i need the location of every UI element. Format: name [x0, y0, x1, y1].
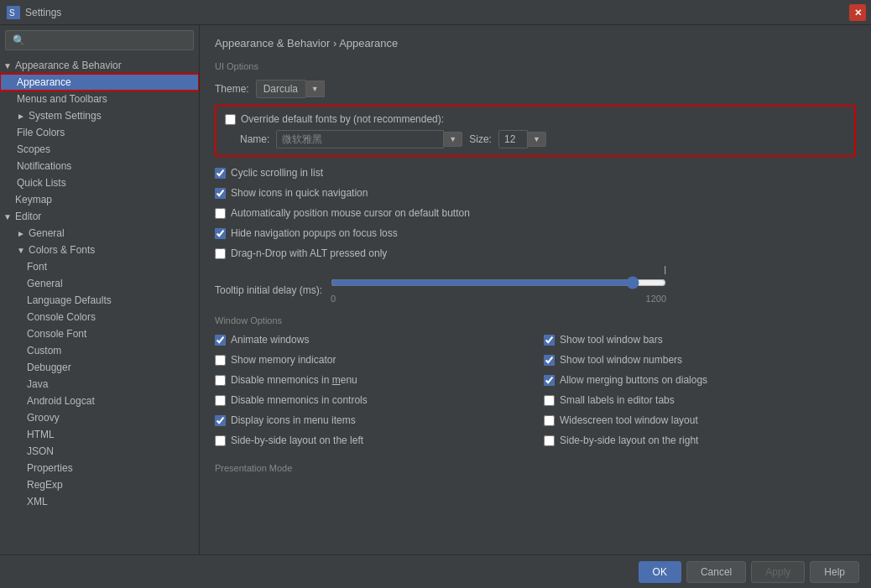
sidebar-item-appearance[interactable]: Appearance: [0, 74, 199, 91]
widescreen-checkbox[interactable]: [544, 415, 555, 426]
main-container: ▼ Appearance & Behavior Appearance Menus…: [0, 25, 871, 554]
cyclic-scroll-checkbox[interactable]: [215, 168, 226, 179]
theme-row: Theme: Darcula ▼: [215, 80, 856, 98]
show-icons-label: Show icons in quick navigation: [231, 187, 368, 199]
sidebar-item-editor[interactable]: ▼ Editor: [0, 208, 199, 225]
show-tool-bars-checkbox[interactable]: [544, 335, 555, 346]
font-size-input[interactable]: [498, 130, 528, 148]
apply-button[interactable]: Apply: [751, 561, 805, 583]
ok-button[interactable]: OK: [639, 561, 681, 583]
font-name-input[interactable]: [276, 130, 444, 148]
sidebar-item-general[interactable]: ► General: [0, 225, 199, 242]
sidebar-item-appearance-behavior[interactable]: ▼ Appearance & Behavior: [0, 57, 199, 74]
theme-dropdown-arrow[interactable]: ▼: [306, 81, 325, 97]
sidebar-item-scopes[interactable]: Scopes: [0, 141, 199, 158]
tooltip-slider-container: | 0 1200: [331, 276, 666, 304]
sidebar-item-notifications[interactable]: Notifications: [0, 158, 199, 174]
options-grid: Cyclic scrolling in list Show icons in q…: [215, 167, 856, 264]
sidebar-item-debugger[interactable]: Debugger: [0, 359, 199, 376]
display-icons-row: Display icons in menu items: [215, 414, 527, 426]
sidebar-item-properties[interactable]: Properties: [0, 460, 199, 476]
size-label: Size:: [469, 133, 492, 145]
show-memory-label: Show memory indicator: [231, 354, 336, 366]
cancel-button[interactable]: Cancel: [686, 561, 746, 583]
sidebar-item-label: Appearance & Behavior: [15, 60, 122, 71]
sidebar-item-console-font[interactable]: Console Font: [0, 325, 199, 342]
window-options-grid: Animate windows Show tool window bars Sh…: [215, 334, 856, 451]
show-tool-numbers-checkbox[interactable]: [544, 355, 555, 366]
allow-merging-checkbox[interactable]: [544, 375, 555, 386]
presentation-mode-label: Presentation Mode: [215, 463, 856, 473]
app-icon: S: [7, 6, 20, 19]
close-button[interactable]: ✕: [849, 4, 866, 21]
sidebar-item-label: Notifications: [17, 160, 71, 172]
allow-merging-label: Allow merging buttons on dialogs: [560, 374, 707, 386]
title-bar: S Settings ✕: [0, 0, 871, 25]
animate-windows-checkbox[interactable]: [215, 335, 226, 346]
sidebar-item-android-logcat[interactable]: Android Logcat: [0, 393, 199, 409]
disable-mnemonics-controls-label: Disable mnemonics in controls: [231, 394, 368, 406]
sidebar-item-label: Colors & Fonts: [29, 244, 95, 256]
animate-windows-label: Animate windows: [231, 334, 309, 346]
show-icons-checkbox[interactable]: [215, 188, 226, 199]
side-by-side-right-checkbox[interactable]: [544, 435, 555, 446]
hide-nav-checkbox[interactable]: [215, 228, 226, 239]
slider-values: 0 1200: [331, 294, 666, 304]
sidebar-item-language-defaults[interactable]: Language Defaults: [0, 292, 199, 309]
override-fonts-checkbox[interactable]: [225, 114, 236, 125]
auto-position-checkbox[interactable]: [215, 208, 226, 219]
sidebar-item-general2[interactable]: General: [0, 275, 199, 292]
show-tool-numbers-label: Show tool window numbers: [560, 354, 682, 366]
bottom-bar: OK Cancel Apply Help: [0, 554, 871, 588]
side-by-side-left-checkbox[interactable]: [215, 435, 226, 446]
sidebar-item-label: JSON: [27, 445, 54, 457]
display-icons-checkbox[interactable]: [215, 415, 226, 426]
disable-mnemonics-menu-checkbox[interactable]: [215, 375, 226, 386]
tooltip-slider-row: Tooltip initial delay (ms): | 0 1200: [215, 276, 856, 304]
theme-select[interactable]: Darcula: [256, 80, 306, 98]
help-button[interactable]: Help: [810, 561, 859, 583]
sidebar-item-label: Console Font: [27, 328, 86, 340]
expand-arrow-icon: [3, 195, 13, 205]
tooltip-slider[interactable]: [331, 276, 666, 289]
sidebar-item-label: Properties: [27, 462, 73, 474]
sidebar-item-font[interactable]: Font: [0, 258, 199, 275]
slider-max-value: 1200: [646, 294, 666, 304]
font-size-dropdown-btn[interactable]: ▼: [528, 132, 546, 147]
sidebar-item-regexp[interactable]: RegExp: [0, 476, 199, 493]
sidebar-item-json[interactable]: JSON: [0, 443, 199, 460]
sidebar-item-console-colors[interactable]: Console Colors: [0, 309, 199, 325]
disable-mnemonics-controls-checkbox[interactable]: [215, 395, 226, 406]
small-labels-checkbox[interactable]: [544, 395, 555, 406]
search-input[interactable]: [5, 30, 194, 50]
override-fonts-box: Override default fonts by (not recommend…: [215, 105, 856, 157]
sidebar-item-quick-lists[interactable]: Quick Lists: [0, 174, 199, 191]
sidebar-item-label: System Settings: [29, 110, 102, 122]
sidebar-item-java[interactable]: Java: [0, 376, 199, 393]
expand-arrow-icon: ►: [17, 229, 27, 238]
slider-min-value: 0: [331, 294, 336, 304]
sidebar-item-label: Font: [27, 261, 47, 273]
override-fonts-label[interactable]: Override default fonts by (not recommend…: [241, 113, 444, 125]
hide-nav-row: Hide navigation popups on focus loss: [215, 227, 856, 239]
show-memory-row: Show memory indicator: [215, 354, 527, 366]
font-name-dropdown-btn[interactable]: ▼: [444, 132, 462, 147]
sidebar-item-groovy[interactable]: Groovy: [0, 409, 199, 426]
sidebar-item-label: General: [29, 227, 65, 239]
sidebar-item-menus-toolbars[interactable]: Menus and Toolbars: [0, 91, 199, 107]
sidebar-item-xml[interactable]: XML: [0, 493, 199, 510]
tooltip-label: Tooltip initial delay (ms):: [215, 284, 322, 296]
show-memory-checkbox[interactable]: [215, 355, 226, 366]
show-tool-numbers-row: Show tool window numbers: [544, 354, 856, 366]
sidebar-item-html[interactable]: HTML: [0, 426, 199, 443]
sidebar-item-label: Appearance: [17, 76, 71, 88]
sidebar-item-file-colors[interactable]: File Colors: [0, 124, 199, 141]
sidebar-item-keymap[interactable]: Keymap: [0, 191, 199, 208]
drag-drop-checkbox[interactable]: [215, 248, 226, 259]
sidebar-item-custom[interactable]: Custom: [0, 342, 199, 359]
show-tool-bars-label: Show tool window bars: [560, 334, 663, 346]
sidebar-item-label: Editor: [15, 211, 41, 222]
sidebar-item-colors-fonts[interactable]: ▼ Colors & Fonts: [0, 242, 199, 258]
sidebar-item-system-settings[interactable]: ► System Settings: [0, 107, 199, 124]
ui-options-label: UI Options: [215, 61, 856, 71]
